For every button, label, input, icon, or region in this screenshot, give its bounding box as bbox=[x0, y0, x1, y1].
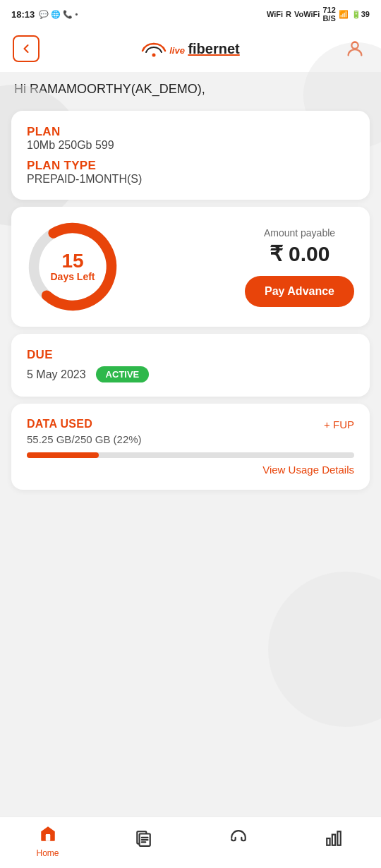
plan-type-label: PLAN TYPE bbox=[27, 159, 354, 173]
stats-icon bbox=[325, 829, 343, 852]
data-progress-bar-fill bbox=[27, 452, 99, 458]
data-used-value: 55.25 GB/250 GB (22%) bbox=[27, 433, 354, 445]
bg-decoration-3 bbox=[268, 572, 381, 727]
svg-rect-10 bbox=[337, 831, 340, 845]
nav-item-stats[interactable] bbox=[313, 829, 355, 853]
days-left-circle: 15 Days Left bbox=[27, 221, 119, 313]
nav-item-files[interactable] bbox=[122, 829, 164, 853]
view-usage-details-link[interactable]: View Usage Details bbox=[27, 464, 354, 476]
status-bar: 18:13 💬 🌐 📞 • WiFi R VoWiFi 712B/S 📶 🔋39 bbox=[0, 0, 381, 28]
time-display: 18:13 bbox=[11, 9, 35, 20]
circle-text: 15 Days Left bbox=[50, 251, 95, 282]
due-label: DUE bbox=[27, 348, 354, 362]
nav-spacer bbox=[0, 497, 381, 546]
battery-icon: 🔋39 bbox=[351, 10, 370, 19]
bottom-nav: Home bbox=[0, 816, 381, 868]
data-progress-bar-bg bbox=[27, 452, 354, 458]
svg-rect-9 bbox=[332, 835, 334, 845]
signal-icon: R bbox=[286, 10, 291, 18]
days-left-label: Days Left bbox=[50, 271, 95, 282]
fup-link[interactable]: + FUP bbox=[324, 418, 354, 430]
data-used-label: DATA USED bbox=[27, 418, 92, 430]
signal-bars-icon: 📶 bbox=[339, 10, 349, 19]
vowifi-icon: VoWiFi bbox=[294, 10, 320, 18]
logo-wifi-icon bbox=[141, 38, 167, 59]
plan-value: 10Mb 250Gb 599 bbox=[27, 139, 354, 152]
logo-live: live bbox=[169, 45, 185, 56]
due-date: 5 May 2023 bbox=[27, 368, 86, 381]
home-nav-label: Home bbox=[36, 848, 59, 858]
support-icon bbox=[229, 829, 248, 852]
pay-advance-button[interactable]: Pay Advance bbox=[245, 276, 354, 307]
active-badge: ACTIVE bbox=[96, 366, 150, 382]
home-icon bbox=[39, 824, 57, 847]
svg-rect-8 bbox=[327, 838, 329, 845]
days-number: 15 bbox=[50, 251, 95, 271]
notification-icons: 💬 🌐 📞 • bbox=[39, 10, 78, 19]
files-icon bbox=[134, 829, 152, 852]
status-right-icons: WiFi R VoWiFi 712B/S 📶 🔋39 bbox=[267, 6, 370, 23]
nav-item-home[interactable]: Home bbox=[27, 824, 69, 858]
svg-point-0 bbox=[152, 54, 156, 57]
logo-fibernet: fibernet bbox=[188, 41, 239, 56]
due-card: DUE 5 May 2023 ACTIVE bbox=[11, 334, 370, 397]
data-used-card: DATA USED + FUP 55.25 GB/250 GB (22%) Vi… bbox=[11, 404, 370, 490]
wifi-icon: WiFi bbox=[267, 10, 283, 18]
svg-rect-2 bbox=[45, 834, 50, 841]
plan-type-value: PREPAID-1MONTH(S) bbox=[27, 173, 354, 186]
nav-item-support[interactable] bbox=[217, 829, 260, 853]
amount-payable-label: Amount payable bbox=[245, 227, 354, 239]
back-button[interactable] bbox=[13, 35, 40, 62]
back-icon bbox=[19, 42, 33, 56]
amount-section: Amount payable ₹ 0.00 Pay Advance bbox=[245, 227, 354, 307]
status-time: 18:13 💬 🌐 📞 • bbox=[11, 9, 78, 20]
logo-text-group: live fibernet bbox=[169, 41, 239, 56]
data-used-header-row: DATA USED + FUP bbox=[27, 418, 354, 430]
amount-value: ₹ 0.00 bbox=[245, 241, 354, 266]
plan-label: PLAN bbox=[27, 125, 354, 139]
progress-card: 15 Days Left Amount payable ₹ 0.00 Pay A… bbox=[11, 207, 370, 327]
app-logo: live fibernet bbox=[141, 38, 239, 59]
plan-card: PLAN 10Mb 250Gb 599 PLAN TYPE PREPAID-1M… bbox=[11, 111, 370, 200]
speed-display: 712B/S bbox=[322, 6, 335, 23]
due-row: 5 May 2023 ACTIVE bbox=[27, 366, 354, 382]
